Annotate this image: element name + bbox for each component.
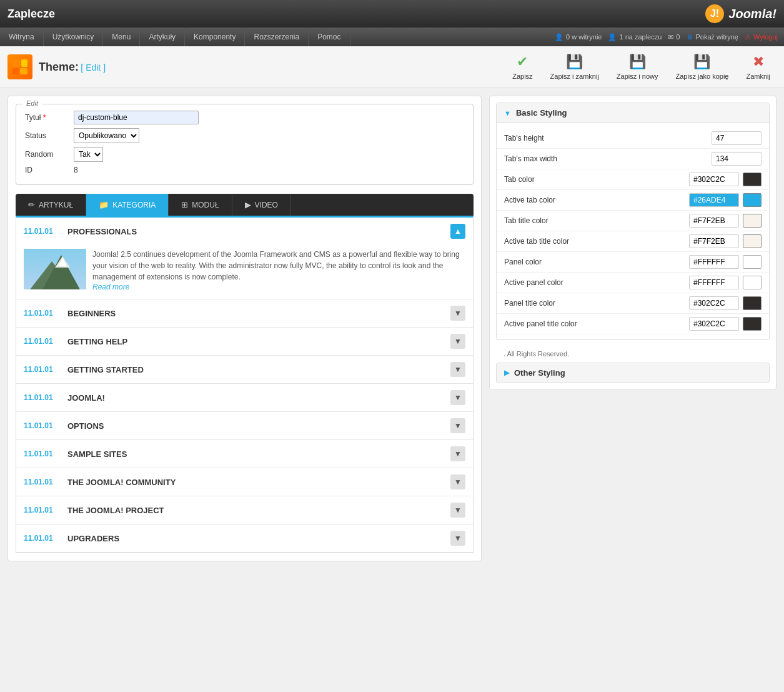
joomla-icon: J! [705,4,725,24]
active-tab-color-label: Active tab color [504,196,689,204]
list-item: 11.01.01 GETTING STARTED ▼ [16,356,473,384]
tab-max-width-label: Tab's max width [504,154,712,163]
read-more-link[interactable]: Read more [92,283,129,291]
admin-users: 👤 1 na zapleczu [608,33,662,41]
nav-item-uzytkownicy[interactable]: Użytkownicy [44,28,104,46]
status-label: Status [25,131,69,140]
logout-btn[interactable]: ⚠ Wyloguj [745,33,778,41]
save-new-icon: 💾 [629,54,646,70]
panel-title-color-swatch[interactable] [743,296,762,310]
list-item: 11.01.01 BEGINNERS ▼ [16,299,473,328]
active-panel-color-input[interactable] [689,276,739,289]
panel-title-color-row: Panel title color [497,293,769,314]
basic-styling-body: Tab's height Tab's max width Tab color [497,123,769,339]
save-close-button[interactable]: 💾 Zapisz i zamknij [544,51,605,83]
tytul-input[interactable] [74,111,199,124]
close-button[interactable]: ✖ Zamknij [740,51,777,83]
nav-item-pomoc[interactable]: Pomoc [309,28,350,46]
nav-item-witryna[interactable]: Witryna [0,28,44,46]
item-title-professionals: PROFESSIONALS [67,227,444,236]
item-image [24,249,86,289]
nav-item-rozszerzenia[interactable]: Rozszerzenia [245,28,309,46]
view-site-btn[interactable]: 🖥 Pokaż witrynę [686,33,738,41]
svg-rect-4 [12,68,19,74]
panel-color-input[interactable] [689,255,739,269]
tab-height-input[interactable] [712,131,762,145]
video-icon: ▶ [245,200,251,209]
list-item: 11.01.01 GETTING HELP ▼ [16,328,473,356]
tab-modul[interactable]: ⊞ MODUŁ [169,194,232,216]
expand-toggle[interactable]: ▼ [450,531,465,546]
save-new-button[interactable]: 💾 Zapisz i nowy [610,51,665,83]
expand-toggle[interactable]: ▼ [450,503,465,518]
nav-item-menu[interactable]: Menu [103,28,140,46]
expand-toggle[interactable]: ▼ [450,362,465,377]
svg-text:J!: J! [710,8,719,19]
active-tab-title-color-swatch[interactable] [743,234,762,248]
list-item-header-professionals: 11.01.01 PROFESSIONALS ▲ [16,218,473,245]
panel-title-color-label: Panel title color [504,299,689,308]
status-select[interactable]: Opublikowano [74,128,139,143]
status-row: Status Opublikowano [25,128,464,143]
rights-text: . All Rights Reserved. [496,345,770,363]
active-panel-color-swatch[interactable] [743,276,762,289]
tab-color-swatch[interactable] [743,173,762,186]
save-button[interactable]: ✔ Zapisz [506,51,538,83]
tab-height-row: Tab's height [497,128,769,149]
expand-toggle[interactable]: ▼ [450,418,465,433]
app-title: Zaplecze [7,8,55,21]
nav-item-artykuly[interactable]: Artykuły [140,28,185,46]
online-users: 👤 0 w witrynie [555,33,602,41]
expand-toggle[interactable]: ▼ [450,334,465,349]
active-tab-color-swatch[interactable] [743,193,762,207]
panel-color-swatch[interactable] [743,255,762,269]
list-item: 11.01.01 THE JOOMLA! COMMUNITY ▼ [16,468,473,496]
nav-left: Witryna Użytkownicy Menu Artykuły Kompon… [0,28,350,46]
list-item: 11.01.01 UPGRADERS ▼ [16,524,473,553]
nav-item-komponenty[interactable]: Komponenty [185,28,245,46]
expand-toggle[interactable]: ▼ [450,446,465,461]
list-item: 11.01.01 THE JOOMLA! PROJECT ▼ [16,496,473,524]
right-panel: ▼ Basic Styling Tab's height Tab's max w… [489,96,777,390]
tab-kategoria-label: KATEGORIA [112,201,156,209]
tab-title-color-label: Tab title color [504,216,689,225]
active-panel-title-color-input[interactable] [689,317,739,331]
nav-right: 👤 0 w witrynie 👤 1 na zapleczu ✉ 0 🖥 Pok… [548,33,784,41]
expand-toggle[interactable]: ▲ [450,224,465,239]
other-styling-header[interactable]: ▶ Other Styling [496,363,770,383]
edit-link[interactable]: [ Edit ] [81,63,106,73]
active-tab-title-color-input[interactable] [689,234,739,248]
panel-title-color-input[interactable] [689,296,739,310]
active-tab-color-input[interactable] [689,193,739,207]
tabs-bar: ✏ ARTYKUŁ 📁 KATEGORIA ⊞ MODUŁ ▶ VIDEO [16,194,474,216]
tab-title-color-input[interactable] [689,214,739,228]
toolbar: Theme: [ Edit ] ✔ Zapisz 💾 Zapisz i zamk… [0,46,784,88]
theme-icon [11,58,29,76]
random-select[interactable]: Tak [74,147,103,162]
panel-color-row: Panel color [497,252,769,273]
other-styling-arrow: ▶ [504,369,509,377]
tytul-label: Tytuł [25,113,69,122]
expand-toggle[interactable]: ▼ [450,474,465,489]
tab-height-label: Tab's height [504,134,712,143]
kategoria-icon: 📁 [99,200,109,209]
tab-color-row: Tab color [497,169,769,190]
item-expanded-content: Joomla! 2.5 continues development of the… [16,245,473,299]
tab-title-color-swatch[interactable] [743,214,762,228]
tab-kategoria[interactable]: 📁 KATEGORIA [86,194,169,216]
panel-color-label: Panel color [504,258,689,266]
messages-count: ✉ 0 [668,33,680,41]
tab-artykul[interactable]: ✏ ARTYKUŁ [16,194,86,216]
tab-video[interactable]: ▶ VIDEO [232,194,291,216]
toggle-arrow-icon: ▼ [504,109,511,117]
tab-max-width-input[interactable] [712,152,762,166]
save-copy-button[interactable]: 💾 Zapisz jako kopię [669,51,735,83]
edit-legend: Edit [22,99,42,107]
active-panel-title-color-swatch[interactable] [743,317,762,331]
basic-styling-header[interactable]: ▼ Basic Styling [497,103,769,123]
toolbar-title: Theme: [ Edit ] [39,61,106,74]
expand-toggle[interactable]: ▼ [450,306,465,321]
expand-toggle[interactable]: ▼ [450,390,465,405]
tab-color-input[interactable] [689,173,739,186]
active-tab-color-row: Active tab color [497,190,769,211]
